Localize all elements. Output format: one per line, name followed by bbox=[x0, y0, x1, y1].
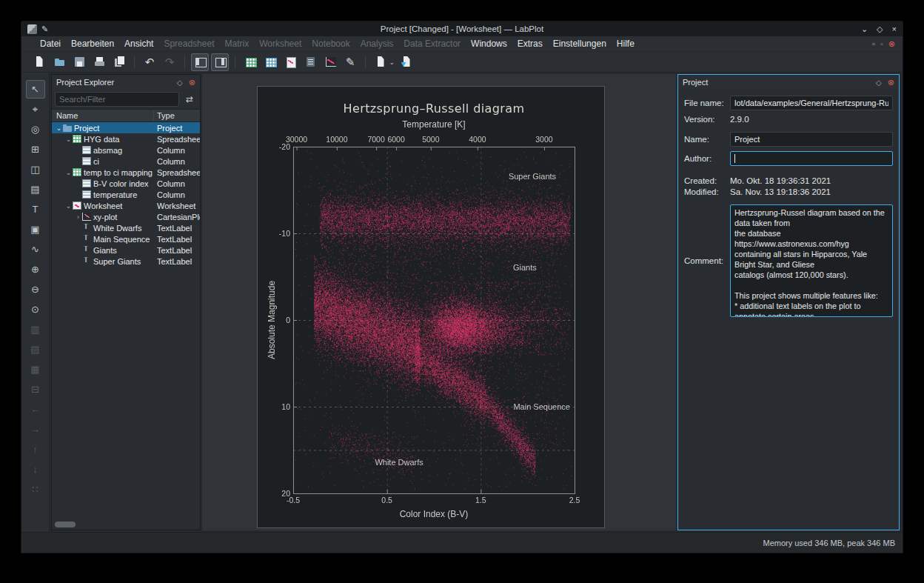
tree-row-giants[interactable]: GiantsTextLabel bbox=[52, 244, 200, 256]
name-input[interactable] bbox=[730, 132, 893, 147]
tree-row-main-sequence[interactable]: Main SequenceTextLabel bbox=[52, 233, 200, 244]
project-explorer-header[interactable]: Project Explorer ◇ ⊗ bbox=[52, 75, 200, 90]
menu-extras[interactable]: Extras bbox=[512, 37, 548, 50]
float-dock-icon[interactable]: ◇ bbox=[876, 79, 882, 87]
comment-textarea[interactable]: Hertzsprung-Russel diagram based on the … bbox=[730, 204, 893, 317]
open-project-button[interactable] bbox=[50, 53, 68, 71]
titlebar[interactable]: ✎ Project [Changed] - [Worksheet] — LabP… bbox=[21, 21, 903, 36]
search-input[interactable] bbox=[55, 92, 179, 107]
menu-windows[interactable]: Windows bbox=[466, 37, 512, 50]
grid-layout-button[interactable]: ▦ bbox=[26, 360, 45, 379]
tool-crosshair-button[interactable]: ⌖ bbox=[26, 100, 45, 119]
dropdown-caret-icon[interactable]: ⌄ bbox=[389, 59, 395, 66]
new-matrix-button[interactable] bbox=[261, 53, 279, 71]
column-header-type[interactable]: Type bbox=[154, 111, 200, 120]
tree-row-absmag[interactable]: absmagColumn bbox=[52, 144, 200, 156]
menu-hilfe[interactable]: Hilfe bbox=[612, 37, 640, 50]
save-project-icon bbox=[73, 56, 86, 68]
close-button[interactable]: × bbox=[892, 24, 897, 34]
shift-up-button[interactable]: ↑ bbox=[26, 440, 45, 459]
expander-icon[interactable]: ⌄ bbox=[64, 136, 73, 143]
menu-ansicht[interactable]: Ansicht bbox=[119, 37, 158, 50]
print-button[interactable] bbox=[90, 53, 108, 71]
y-tick-label: -10 bbox=[258, 229, 290, 238]
new-object-button[interactable]: ⌄ bbox=[372, 53, 389, 71]
expander-icon[interactable]: › bbox=[74, 213, 82, 221]
zoom-in-button[interactable]: ⊕ bbox=[26, 260, 45, 279]
new-project-button[interactable] bbox=[30, 53, 48, 71]
mdi-minimize[interactable]: ▫ bbox=[872, 40, 875, 48]
import-file-button[interactable] bbox=[398, 53, 415, 71]
shift-down-button[interactable]: ↓ bbox=[26, 460, 45, 479]
new-worksheet-button[interactable] bbox=[281, 53, 299, 71]
tool-select-button[interactable]: ↖ bbox=[26, 80, 45, 99]
toggle-properties-explorer-button[interactable] bbox=[211, 53, 229, 71]
pin-icon[interactable]: ✎ bbox=[41, 25, 48, 33]
menu-einstellungen[interactable]: Einstellungen bbox=[548, 37, 612, 50]
mdi-close[interactable]: ⊗ bbox=[888, 40, 895, 48]
close-dock-icon[interactable]: ⊗ bbox=[189, 78, 195, 87]
add-plot-two-axes-button[interactable]: ◫ bbox=[26, 160, 45, 179]
horizontal-scrollbar[interactable] bbox=[55, 522, 76, 527]
add-image-button[interactable]: ▣ bbox=[26, 220, 45, 239]
tool-zoom-selection-button[interactable]: ◎ bbox=[26, 120, 45, 139]
expander-icon[interactable]: ⌄ bbox=[55, 124, 63, 132]
filter-options-icon[interactable]: ⇄ bbox=[182, 92, 197, 107]
add-plot-four-axes-button[interactable]: ⊞ bbox=[26, 140, 45, 159]
add-curve-button[interactable]: ∿ bbox=[26, 240, 45, 259]
export-button[interactable] bbox=[110, 53, 128, 71]
menu-datei[interactable]: Datei bbox=[35, 37, 66, 50]
zoom-fit-button[interactable]: ⊙ bbox=[26, 300, 45, 319]
tree-row-ci[interactable]: ciColumn bbox=[52, 156, 200, 167]
new-notebook-button[interactable] bbox=[301, 53, 319, 71]
expander-icon[interactable]: ⌄ bbox=[64, 169, 73, 176]
maximize-button[interactable]: ◇ bbox=[877, 24, 883, 34]
data-extractor-button[interactable]: ✎ bbox=[341, 53, 359, 71]
zoom-out-button[interactable]: ⊖ bbox=[26, 280, 45, 299]
menu-worksheet[interactable]: Worksheet bbox=[254, 37, 307, 50]
save-project-button[interactable] bbox=[70, 53, 88, 71]
author-input[interactable] bbox=[730, 151, 893, 166]
redo-button[interactable]: ↷ bbox=[161, 53, 178, 71]
plot-page[interactable]: Hertzsprung–Russell diagram Temperature … bbox=[257, 86, 605, 528]
break-layout-button[interactable]: ⊟ bbox=[26, 380, 45, 399]
shade-button[interactable]: ⌄ bbox=[861, 24, 868, 34]
expander-icon[interactable]: ⌄ bbox=[64, 202, 73, 210]
menu-matrix[interactable]: Matrix bbox=[219, 37, 254, 50]
menu-notebook[interactable]: Notebook bbox=[307, 37, 355, 50]
horizontal-layout-button[interactable]: ▤ bbox=[26, 340, 45, 359]
vertical-layout-button[interactable]: ▥ bbox=[26, 320, 45, 339]
tree-item-type: Column bbox=[154, 179, 200, 188]
tree-row-project[interactable]: ⌄ProjectProject bbox=[52, 122, 200, 133]
new-spreadsheet-button[interactable] bbox=[241, 53, 259, 71]
menu-data-extractor[interactable]: Data Extractor bbox=[398, 37, 466, 50]
file-name-input[interactable] bbox=[730, 96, 893, 110]
new-plot-button[interactable] bbox=[321, 53, 339, 71]
menu-analysis[interactable]: Analysis bbox=[355, 37, 399, 50]
toggle-project-explorer-button[interactable] bbox=[191, 53, 209, 71]
tree-row-temp-to-ci-mapping[interactable]: ⌄temp to ci mappingSpreadsheet bbox=[52, 167, 200, 178]
column-header-name[interactable]: Name bbox=[52, 111, 154, 120]
app-icon bbox=[27, 24, 37, 34]
tree-row-white-dwarfs[interactable]: White DwarfsTextLabel bbox=[52, 222, 200, 233]
properties-header[interactable]: Project ◇ ⊗ bbox=[678, 75, 899, 90]
float-dock-icon[interactable]: ◇ bbox=[177, 79, 183, 87]
add-plot-template-button[interactable]: ▤ bbox=[26, 180, 45, 199]
add-text-label-button[interactable]: T bbox=[26, 200, 45, 219]
shift-left-button[interactable]: ← bbox=[26, 400, 45, 419]
worksheet-view[interactable]: Hertzsprung–Russell diagram Temperature … bbox=[202, 74, 676, 530]
tree-row-xy-plot[interactable]: ›xy-plotCartesianPlot bbox=[52, 211, 200, 222]
mdi-restore[interactable]: ◦ bbox=[880, 40, 883, 48]
menu-bearbeiten[interactable]: Bearbeiten bbox=[66, 37, 119, 50]
undo-button[interactable]: ↶ bbox=[141, 53, 158, 71]
menu-spreadsheet[interactable]: Spreadsheet bbox=[158, 37, 219, 50]
shift-right-button[interactable]: → bbox=[26, 420, 45, 439]
tree-column-headers[interactable]: Name Type bbox=[52, 109, 200, 122]
tree-row-super-giants[interactable]: Super GiantsTextLabel bbox=[52, 256, 200, 267]
tree-row-worksheet[interactable]: ⌄WorksheetWorksheet bbox=[52, 200, 200, 211]
snap-mode-button[interactable]: ∷ bbox=[26, 480, 45, 499]
tree-row-temperature[interactable]: temperatureColumn bbox=[52, 189, 200, 200]
tree-row-b-v-color-index[interactable]: B-V color indexColumn bbox=[52, 178, 200, 189]
close-dock-icon[interactable]: ⊗ bbox=[888, 78, 894, 87]
tree-row-hyg-data[interactable]: ⌄HYG dataSpreadsheet bbox=[52, 133, 200, 144]
